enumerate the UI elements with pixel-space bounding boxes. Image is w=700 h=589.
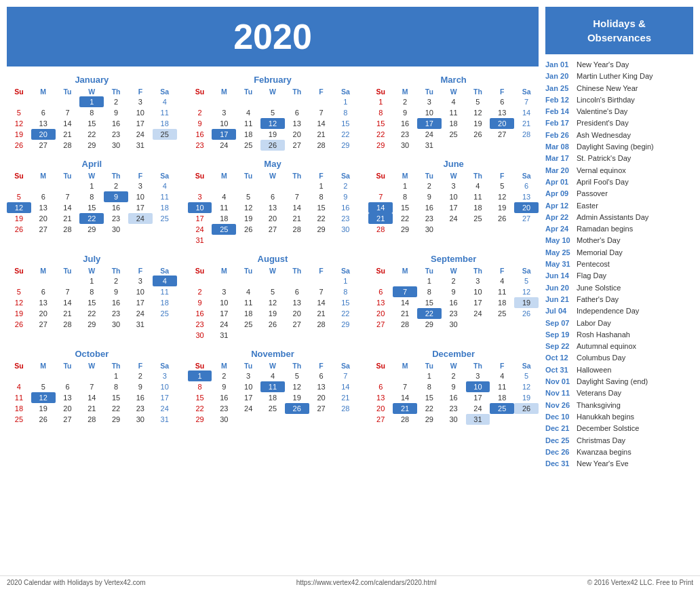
calendar-day: 18	[490, 297, 514, 308]
month-block: MaySuMTuWThFSa12345678910111213141516171…	[188, 159, 358, 246]
calendar-day: 14	[333, 381, 357, 392]
calendar-day: 19	[260, 308, 285, 319]
calendar-day: 14	[514, 107, 539, 118]
calendar-day: 16	[104, 202, 128, 213]
calendar-day: 6	[260, 191, 285, 202]
calendar-day: 23	[188, 319, 212, 330]
holiday-item: Mar 17St. Patrick's Day	[545, 153, 693, 163]
calendar-day: 14	[56, 202, 80, 213]
calendar-day: 24	[212, 319, 236, 330]
calendar-day	[56, 276, 80, 286]
calendar-day: 27	[514, 213, 539, 224]
holiday-item: Dec 26Kwanzaa begins	[545, 447, 693, 457]
holiday-name: Columbus Day	[577, 353, 625, 362]
calendar-day: 26	[514, 403, 539, 414]
holiday-date: Dec 10	[545, 412, 572, 421]
calendar-day: 14	[79, 392, 104, 403]
calendar-day: 18	[236, 129, 260, 140]
calendar-day: 27	[368, 319, 393, 330]
calendar-day	[31, 276, 56, 286]
calendar-day: 4	[260, 370, 285, 381]
holiday-date: Oct 12	[545, 353, 572, 362]
calendar-day: 22	[104, 403, 128, 414]
calendar-day: 4	[490, 370, 514, 381]
calendar-day: 21	[393, 308, 417, 319]
month-block: JulySuMTuWThFSa1234567891011121314151617…	[7, 254, 177, 341]
calendar-day	[333, 330, 357, 341]
calendar-day: 27	[285, 140, 309, 151]
calendar-day: 7	[309, 286, 334, 297]
calendar-day	[7, 96, 31, 107]
calendar-day: 17	[466, 297, 490, 308]
calendar-day: 25	[236, 319, 260, 330]
calendar-day: 7	[393, 286, 417, 297]
calendar-day: 5	[490, 180, 514, 191]
calendar-day: 19	[7, 308, 31, 319]
month-title: September	[368, 254, 539, 264]
holiday-date: Jul 04	[545, 306, 572, 316]
calendar-day: 17	[236, 392, 260, 403]
calendar-day: 17	[442, 202, 466, 213]
holiday-date: Jan 01	[545, 60, 572, 69]
holiday-name: Daylight Saving (end)	[577, 377, 648, 386]
calendar-day: 6	[56, 381, 80, 392]
calendar-day: 22	[393, 213, 417, 224]
footer-left: 2020 Calendar with Holidays by Vertex42.…	[7, 579, 146, 586]
calendar-day: 11	[260, 381, 285, 392]
calendar-day: 11	[466, 191, 490, 202]
calendar-day: 22	[309, 213, 334, 224]
calendar-day: 17	[212, 129, 236, 140]
calendar-day: 15	[309, 202, 334, 213]
calendar-day	[31, 96, 56, 107]
calendar-day: 26	[7, 319, 31, 330]
calendar-day: 29	[417, 414, 442, 425]
calendar-day: 11	[236, 118, 260, 129]
calendar-day: 1	[333, 276, 357, 286]
calendar-day: 16	[188, 308, 212, 319]
calendar-day: 11	[442, 107, 466, 118]
holiday-item: Apr 09Passover	[545, 189, 693, 198]
calendar-day: 1	[368, 96, 393, 107]
calendar-day	[442, 224, 466, 235]
calendar-day: 17	[128, 118, 153, 129]
month-block: JanuarySuMTuWThFSa1234567891011121314151…	[7, 75, 177, 151]
calendar-day: 29	[104, 414, 128, 425]
calendar-day: 24	[128, 213, 153, 224]
calendar-day: 13	[31, 297, 56, 308]
calendar-day: 11	[212, 202, 236, 213]
holiday-name: Easter	[577, 201, 598, 210]
holiday-item: Jul 04Independence Day	[545, 306, 693, 316]
calendar-day: 4	[212, 191, 236, 202]
calendar-day: 20	[309, 392, 334, 403]
calendar-day: 2	[442, 370, 466, 381]
calendar-day: 24	[212, 140, 236, 151]
holiday-name: Chinese New Year	[577, 83, 638, 93]
calendar-day: 3	[212, 107, 236, 118]
calendar-day: 12	[260, 118, 285, 129]
holiday-name: April Fool's Day	[577, 177, 629, 187]
calendar-day: 21	[309, 308, 334, 319]
calendar-day: 25	[490, 403, 514, 414]
holiday-date: Apr 24	[545, 224, 572, 233]
calendar-day: 6	[490, 96, 514, 107]
calendar-day: 30	[104, 319, 128, 330]
month-title: November	[188, 349, 358, 359]
calendar-day: 13	[56, 392, 80, 403]
calendar-day	[309, 276, 334, 286]
calendar-day: 12	[514, 286, 539, 297]
calendar-day: 4	[442, 96, 466, 107]
calendar-day: 22	[417, 403, 442, 414]
calendar-day: 11	[7, 392, 31, 403]
calendar-day: 20	[368, 403, 393, 414]
holiday-date: Sep 22	[545, 341, 572, 351]
calendar-day: 20	[490, 118, 514, 129]
calendar-day: 24	[236, 403, 260, 414]
holiday-date: Feb 12	[545, 95, 572, 104]
month-block: FebruarySuMTuWThFSa123456789101112131415…	[188, 75, 358, 151]
calendar-day: 2	[188, 286, 212, 297]
calendar-day: 8	[79, 107, 104, 118]
calendar-day: 13	[260, 202, 285, 213]
calendar-day: 17	[153, 392, 177, 403]
calendar-day	[212, 235, 236, 246]
calendar-day: 21	[79, 403, 104, 414]
